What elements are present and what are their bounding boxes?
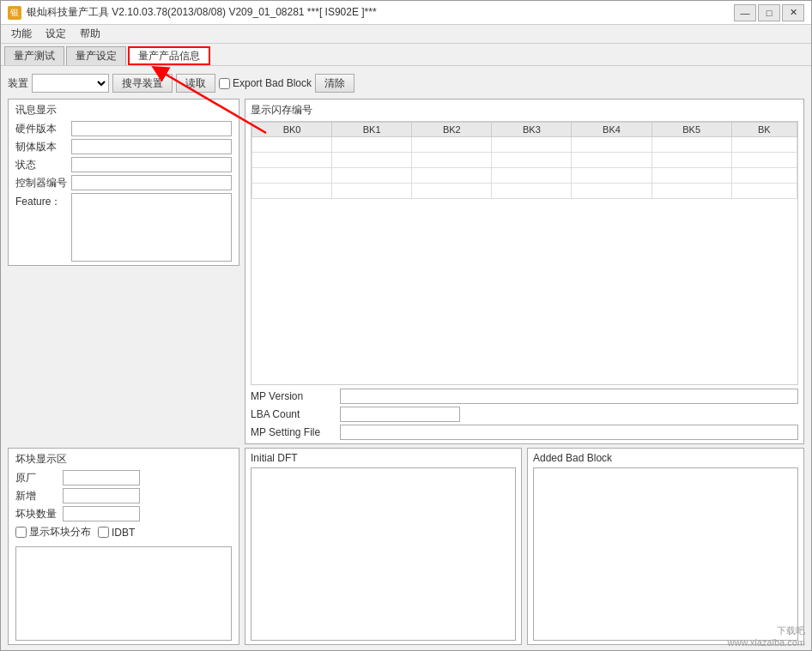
export-bad-block-checkbox[interactable]	[219, 78, 230, 89]
original-bad-block-row: 原厂	[15, 470, 232, 485]
app-icon: 银	[8, 6, 21, 20]
menu-item-help[interactable]: 帮助	[73, 25, 107, 43]
col-bk2: BK2	[412, 123, 492, 137]
show-distribution-checkbox[interactable]	[15, 527, 27, 538]
search-device-button[interactable]: 搜寻装置	[112, 74, 173, 93]
original-label: 原厂	[15, 471, 63, 485]
status-input[interactable]	[71, 157, 232, 172]
bad-block-count-row: 坏块数量	[15, 506, 232, 521]
menu-bar: 功能 设定 帮助	[1, 25, 811, 44]
controller-row: 控制器编号	[15, 175, 232, 190]
status-label: 状态	[15, 158, 71, 172]
flash-table: BK0 BK1 BK2 BK3 BK4 BK5 BK	[251, 122, 797, 199]
mp-info-section: MP Version LBA Count MP Setting File	[251, 385, 798, 440]
device-select[interactable]	[32, 74, 109, 93]
feature-textarea[interactable]	[71, 193, 232, 262]
feature-label: Feature：	[15, 193, 71, 209]
dft-textarea[interactable]	[251, 467, 516, 641]
col-bk0: BK0	[252, 123, 332, 137]
device-label: 装置	[8, 76, 28, 91]
info-group: 讯息显示 硬件版本 韧体版本 状态 控制器编号	[8, 99, 239, 266]
dft-title: Initial DFT	[251, 452, 516, 464]
hardware-version-input[interactable]	[71, 121, 232, 136]
col-bk: BK	[731, 123, 797, 137]
mp-version-input[interactable]	[340, 389, 798, 404]
export-bad-block-label[interactable]: Export Bad Block	[219, 77, 312, 89]
initial-dft-group: Initial DFT	[245, 448, 522, 645]
flash-group-title: 显示闪存编号	[251, 103, 798, 118]
hardware-version-label: 硬件版本	[15, 122, 71, 136]
main-window: 银 银灿科技量产工具 V2.10.03.78(2013/08/08) V209_…	[0, 0, 812, 651]
flash-table-wrapper: BK0 BK1 BK2 BK3 BK4 BK5 BK	[251, 121, 798, 385]
controller-input[interactable]	[71, 175, 232, 190]
status-row: 状态	[15, 157, 232, 172]
watermark: 下载吧www.xiazaiba.com	[728, 624, 805, 648]
hardware-version-row: 硬件版本	[15, 121, 232, 136]
col-bk4: BK4	[572, 123, 651, 137]
title-bar: 银 银灿科技量产工具 V2.10.03.78(2013/08/08) V209_…	[1, 1, 811, 25]
close-button[interactable]: ✕	[782, 4, 804, 21]
title-bar-controls: — □ ✕	[734, 4, 804, 21]
left-panel: 讯息显示 硬件版本 韧体版本 状态 控制器编号	[8, 99, 239, 444]
added-bad-block-row: 新增	[15, 488, 232, 503]
added-input[interactable]	[63, 488, 140, 503]
bottom-panels: 坏块显示区 原厂 新增 坏块数量 显示坏块分布	[8, 448, 804, 645]
bad-block-textarea[interactable]	[15, 546, 232, 641]
col-bk1: BK1	[332, 123, 412, 137]
window-title: 银灿科技量产工具 V2.10.03.78(2013/08/08) V209_01…	[27, 5, 377, 20]
tab-mass-product-info[interactable]: 量产产品信息	[128, 46, 210, 65]
added-label: 新增	[15, 489, 63, 503]
bad-block-title: 坏块显示区	[15, 452, 232, 467]
col-bk3: BK3	[492, 123, 572, 137]
title-bar-left: 银 银灿科技量产工具 V2.10.03.78(2013/08/08) V209_…	[8, 5, 377, 20]
table-row	[252, 184, 797, 199]
table-row	[252, 153, 797, 168]
lba-count-input[interactable]	[340, 407, 460, 422]
mp-setting-input[interactable]	[340, 425, 798, 440]
added-title: Added Bad Block	[533, 452, 798, 464]
minimize-button[interactable]: —	[734, 4, 756, 21]
idbt-checkbox[interactable]	[98, 527, 109, 538]
lba-count-label: LBA Count	[251, 408, 336, 420]
toolbar-row: 装置 搜寻装置 读取 Export Bad Block 清除	[8, 71, 804, 95]
original-input[interactable]	[63, 470, 140, 485]
flash-group: 显示闪存编号 BK0 BK1 BK2 BK3 BK4 BK5	[245, 99, 804, 444]
tab-bar: 量产测试 量产设定 量产产品信息	[1, 44, 811, 66]
main-panels: 讯息显示 硬件版本 韧体版本 状态 控制器编号	[8, 99, 804, 444]
added-bad-block-group: Added Bad Block	[527, 448, 804, 645]
controller-label: 控制器编号	[15, 176, 71, 190]
maximize-button[interactable]: □	[758, 4, 780, 21]
col-bk5: BK5	[651, 123, 731, 137]
table-row	[252, 168, 797, 184]
info-group-title: 讯息显示	[15, 103, 232, 118]
lba-count-row: LBA Count	[251, 407, 798, 422]
mp-setting-row: MP Setting File	[251, 425, 798, 440]
bad-block-checkboxes: 显示坏块分布 IDBT	[15, 525, 232, 539]
bad-block-count-input[interactable]	[63, 506, 140, 521]
right-panel: 显示闪存编号 BK0 BK1 BK2 BK3 BK4 BK5	[245, 99, 804, 444]
mp-setting-label: MP Setting File	[251, 426, 336, 438]
idbt-label[interactable]: IDBT	[98, 527, 135, 539]
menu-item-settings[interactable]: 设定	[39, 25, 73, 43]
mp-version-row: MP Version	[251, 389, 798, 404]
firmware-version-input[interactable]	[71, 139, 232, 154]
bad-block-count-label: 坏块数量	[15, 507, 63, 521]
feature-row: Feature：	[15, 193, 232, 262]
bad-block-group: 坏块显示区 原厂 新增 坏块数量 显示坏块分布	[8, 448, 239, 645]
table-row	[252, 137, 797, 153]
tab-mass-test[interactable]: 量产测试	[4, 46, 64, 65]
show-distribution-label[interactable]: 显示坏块分布	[15, 525, 91, 539]
mp-version-label: MP Version	[251, 390, 336, 402]
tab-mass-settings[interactable]: 量产设定	[66, 46, 126, 65]
menu-item-features[interactable]: 功能	[4, 25, 39, 43]
firmware-version-row: 韧体版本	[15, 139, 232, 154]
clear-button[interactable]: 清除	[315, 74, 354, 93]
content-area: 装置 搜寻装置 读取 Export Bad Block 清除 讯息显示 硬件版本	[1, 66, 811, 650]
added-textarea[interactable]	[533, 467, 798, 641]
read-button[interactable]: 读取	[176, 74, 215, 93]
firmware-version-label: 韧体版本	[15, 140, 71, 154]
